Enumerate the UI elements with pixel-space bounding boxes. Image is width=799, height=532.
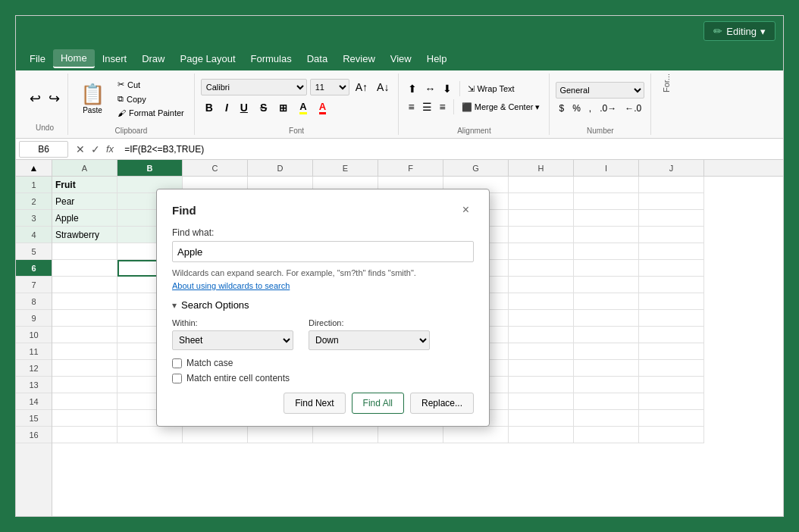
close-button[interactable]: × <box>458 202 474 218</box>
align-center-button[interactable]: ☰ <box>419 99 435 114</box>
cell-H1[interactable] <box>509 177 574 193</box>
comma-button[interactable]: , <box>586 102 594 115</box>
formula-input[interactable] <box>121 141 780 158</box>
strikethrough-button[interactable]: S <box>255 99 271 116</box>
cell-A4[interactable]: Strawberry <box>52 227 118 243</box>
col-header-C[interactable]: C <box>183 160 248 176</box>
copy-button[interactable]: ⧉ Copy <box>114 92 188 105</box>
row-header-14[interactable]: 14 <box>16 393 52 410</box>
number-format-select[interactable]: General <box>556 82 644 99</box>
cell-I2[interactable] <box>574 193 639 210</box>
cell-J2[interactable] <box>639 193 704 210</box>
row-header-2[interactable]: 2 <box>16 193 52 210</box>
cell-A6[interactable] <box>52 260 118 277</box>
col-header-F[interactable]: F <box>378 160 443 176</box>
font-grow-button[interactable]: A↑ <box>352 80 371 95</box>
align-left-button[interactable]: ≡ <box>405 99 417 114</box>
search-options-toggle[interactable]: ▾ Search Options <box>172 299 474 311</box>
increase-decimal-button[interactable]: .0→ <box>597 102 619 115</box>
cell-A2[interactable]: Pear <box>52 193 118 210</box>
editing-button[interactable]: ✏ Editing ▾ <box>703 21 776 41</box>
cell-H6[interactable] <box>509 260 574 277</box>
col-header-D[interactable]: D <box>248 160 313 176</box>
cell-J6[interactable] <box>639 260 704 277</box>
menu-view[interactable]: View <box>383 50 419 67</box>
match-case-checkbox[interactable] <box>172 358 182 368</box>
within-select[interactable]: Sheet Workbook <box>172 330 293 350</box>
row-header-12[interactable]: 12 <box>16 360 52 377</box>
cell-I6[interactable] <box>574 260 639 277</box>
font-size-select[interactable]: 11 <box>310 79 349 95</box>
row-header-1[interactable]: 1 <box>16 177 52 193</box>
row-header-6[interactable]: 6 <box>16 260 52 277</box>
redo-button[interactable]: ↪ <box>45 87 63 110</box>
cancel-formula-icon[interactable]: ✕ <box>74 142 86 157</box>
paste-button[interactable]: 📋 Paste <box>74 80 111 117</box>
cut-button[interactable]: ✂ Cut <box>114 78 188 91</box>
row-header-3[interactable]: 3 <box>16 210 52 227</box>
font-family-select[interactable]: Calibri <box>201 79 307 95</box>
cell-H4[interactable] <box>509 227 574 243</box>
menu-page-layout[interactable]: Page Layout <box>173 50 243 67</box>
menu-home[interactable]: Home <box>53 49 95 68</box>
cell-J5[interactable] <box>639 243 704 260</box>
col-header-G[interactable]: G <box>443 160 509 176</box>
cell-H3[interactable] <box>509 210 574 227</box>
wildcards-link[interactable]: About using wildcards to search <box>172 281 290 290</box>
cell-I3[interactable] <box>574 210 639 227</box>
fill-color-button[interactable]: A <box>295 99 311 117</box>
align-right-button[interactable]: ≡ <box>437 99 449 114</box>
row-header-7[interactable]: 7 <box>16 277 52 293</box>
cell-I5[interactable] <box>574 243 639 260</box>
merge-center-button[interactable]: ⬛ Merge & Center ▾ <box>459 101 544 114</box>
align-bottom-button[interactable]: ⬇ <box>440 81 455 96</box>
cell-A7[interactable] <box>52 277 118 293</box>
menu-draw[interactable]: Draw <box>134 50 172 67</box>
align-top-button[interactable]: ⬆ <box>405 81 420 96</box>
row-header-8[interactable]: 8 <box>16 293 52 310</box>
bold-button[interactable]: B <box>201 99 218 116</box>
dollar-button[interactable]: $ <box>556 102 567 115</box>
cell-H2[interactable] <box>509 193 574 210</box>
find-next-button[interactable]: Find Next <box>284 393 345 414</box>
font-color-button[interactable]: A <box>315 99 331 117</box>
italic-button[interactable]: I <box>221 99 233 116</box>
underline-button[interactable]: U <box>236 99 252 116</box>
borders-button[interactable]: ⊞ <box>274 100 292 116</box>
menu-data[interactable]: Data <box>299 50 335 67</box>
cell-A3[interactable]: Apple <box>52 210 118 227</box>
cell-A5[interactable] <box>52 243 118 260</box>
percent-button[interactable]: % <box>569 102 584 115</box>
cell-reference-input[interactable] <box>19 141 68 158</box>
menu-insert[interactable]: Insert <box>95 50 135 67</box>
cell-A1[interactable]: Fruit <box>52 177 118 193</box>
decrease-decimal-button[interactable]: ←.0 <box>622 102 644 115</box>
find-all-button[interactable]: Find All <box>352 393 404 414</box>
corner-cell[interactable]: ▲ <box>16 160 52 176</box>
cell-J3[interactable] <box>639 210 704 227</box>
menu-review[interactable]: Review <box>335 50 383 67</box>
col-header-B[interactable]: B <box>118 160 183 176</box>
col-header-J[interactable]: J <box>639 160 704 176</box>
font-shrink-button[interactable]: A↓ <box>374 80 392 95</box>
row-header-9[interactable]: 9 <box>16 310 52 327</box>
insert-function-icon[interactable]: fx <box>105 142 115 156</box>
menu-formulas[interactable]: Formulas <box>243 50 299 67</box>
direction-select[interactable]: Down Up <box>309 330 430 350</box>
row-header-13[interactable]: 13 <box>16 377 52 393</box>
match-case-label[interactable]: Match case <box>186 358 233 368</box>
wrap-text-button[interactable]: ⇲ Wrap Text <box>465 83 517 95</box>
row-header-5[interactable]: 5 <box>16 243 52 260</box>
cell-I4[interactable] <box>574 227 639 243</box>
col-header-A[interactable]: A <box>52 160 118 176</box>
row-header-16[interactable]: 16 <box>16 427 52 443</box>
align-middle-button[interactable]: ↔ <box>421 81 438 96</box>
replace-button[interactable]: Replace... <box>410 393 474 414</box>
find-what-input[interactable] <box>172 241 474 262</box>
match-cell-label[interactable]: Match entire cell contents <box>186 373 290 383</box>
cell-I1[interactable] <box>574 177 639 193</box>
col-header-E[interactable]: E <box>313 160 378 176</box>
row-header-10[interactable]: 10 <box>16 327 52 343</box>
match-cell-checkbox[interactable] <box>172 374 182 383</box>
menu-file[interactable]: File <box>22 50 53 67</box>
